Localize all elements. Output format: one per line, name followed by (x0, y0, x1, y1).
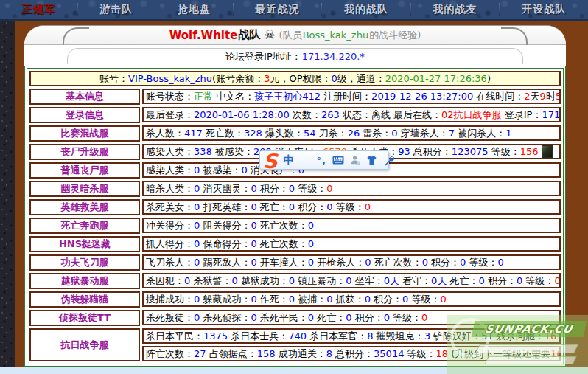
stat-segment: 1086 (550, 348, 561, 359)
nav-item-7[interactable]: 开设战队 (522, 3, 566, 16)
stat-segment: 暗杀人类： (146, 182, 194, 195)
nav-item-1[interactable]: 正规军 (22, 3, 55, 16)
stat-segment: 注册时间： (321, 90, 371, 103)
stat-segment: 开枪杀人： (314, 256, 365, 269)
soft-keyboard-icon[interactable] (332, 156, 344, 165)
stat-segment: 被捕： (295, 293, 326, 306)
row-content: 杀人数：417 死亡数：328 爆头数：54 刀杀：26 雷杀：0 穿墙杀人：7… (142, 125, 561, 141)
stat-segment: 740 (288, 330, 307, 342)
stat-segment: 0天 (431, 274, 447, 288)
stat-segment: 抓获： (333, 293, 365, 306)
stat-segment: 263 (321, 109, 340, 120)
stat-segment: 0 (194, 165, 200, 176)
skin-tshirt-icon[interactable] (366, 155, 377, 165)
nav-item-4[interactable]: 最近战况 (255, 3, 299, 16)
stat-segment: 0 (251, 201, 256, 212)
stat-segment: 积分： (352, 311, 384, 325)
stat-segment: 保命得分： (200, 238, 251, 251)
table-row: 侦探叛徒TT杀死叛徒：0 杀死侦探：0 杀死平民：0 死亡：0 积分：0 等级：… (29, 310, 561, 326)
row-label: 英雄救美服 (29, 199, 140, 215)
stat-segment: 飞刀杀人： (146, 256, 194, 269)
stat-segment: 158 (257, 348, 276, 359)
stat-segment: (升级到下一等级还需要 (448, 347, 550, 361)
stat-segment: 积分： (371, 293, 402, 306)
stat-segment: 26 (348, 128, 360, 139)
stat-segment: 抓人得分： (146, 238, 194, 251)
stat-segment: 51 (481, 330, 494, 342)
stat-segment: 杀日本军官： (307, 330, 367, 343)
account-summary-row: 账号：VIP-Boss_kak_zhu(账号余额：3元，OP权限：0级，通道：2… (29, 71, 561, 86)
stat-segment: 积分： (295, 201, 326, 214)
stat-segment: 总积分： (332, 347, 374, 361)
sogou-ime-toolbar[interactable]: S 中 °, (259, 150, 389, 170)
stat-segment: 0 (402, 294, 408, 305)
stat-segment: 2 (524, 91, 530, 102)
stat-segment: 338 (194, 146, 212, 157)
table-row: 基本信息账号状态：正常 中文名：孩子王初心412 注册时间：2019-12-26… (29, 89, 561, 105)
settings-wrench-icon[interactable] (383, 155, 394, 166)
stat-segment: 镇压暴动： (295, 274, 346, 288)
stat-segment: 1375 (203, 330, 228, 342)
stat-segment: 0 (308, 220, 314, 231)
stat-segment: 消灭幽灵： (200, 182, 251, 195)
row-content: 杀死美女：0 打死英雄：0 死亡：0 积分：0 等级：0 (142, 199, 561, 215)
sogou-logo-icon[interactable]: S (263, 151, 277, 171)
stat-segment: 0 (194, 312, 200, 323)
stat-segment: 8 (326, 348, 332, 359)
stat-segment: 元，OP权限： (270, 72, 331, 86)
stat-segment: 坐牢： (352, 274, 384, 288)
header-corner-decoration-right (501, 27, 528, 45)
stat-segment: 2019-12-26 13:27:00 (371, 91, 473, 102)
account-icon[interactable] (350, 155, 360, 165)
stat-segment: 杀人数： (146, 127, 184, 140)
punctuation-mode-icon[interactable]: °, (316, 156, 326, 165)
nav-separator (155, 3, 155, 16)
stat-segment: 级，通道： (337, 72, 385, 86)
nav-separator (233, 3, 234, 16)
team-name-red: Wolf.White (169, 29, 238, 42)
page-background-bottom (0, 367, 588, 374)
nav-item-5[interactable]: 我的战队 (344, 3, 388, 16)
table-row: 抗日战争服杀日本平民：1375 杀日本士兵：740 杀日本军官：8 摧毁坦克：3… (29, 328, 561, 361)
row-label: 丧尸升级服 (29, 144, 140, 160)
stat-segment: 0天 (384, 274, 399, 288)
stat-segment: 0 (498, 257, 504, 268)
stat-segment: 杀死叛徒： (146, 311, 194, 325)
nav-item-2[interactable]: 游击队 (99, 3, 133, 16)
forum-ip-line: 论坛登录IP地址：171.34.220.* (67, 48, 523, 64)
stat-segment: 0 (346, 275, 351, 286)
stat-segment: 等级： (333, 201, 365, 214)
stat-segment: 杀日本平民： (146, 330, 203, 343)
stat-segment: 账号： (99, 72, 128, 86)
stat-segment: 杀日本士兵： (228, 330, 288, 343)
stat-segment: 等级： (408, 293, 440, 306)
nav-separator (321, 3, 322, 16)
stat-segment: 杀狱警： (190, 274, 231, 288)
nav-separator (77, 3, 78, 16)
fullwidth-moon-icon[interactable] (300, 155, 310, 165)
stat-segment: 0 (326, 201, 332, 212)
stat-segment: 1 (505, 128, 511, 139)
stat-segment: 0 (289, 275, 295, 286)
nav-item-6[interactable]: 我的战友 (433, 3, 477, 16)
stat-segment: 27 (194, 348, 206, 359)
nav-separator (410, 3, 411, 16)
stat-segment: 0 (194, 238, 200, 249)
stat-segment: 孩子王初心412 (254, 90, 321, 103)
nav-item-3[interactable]: 抢地盘 (178, 3, 211, 16)
stat-segment: 死亡次数： (257, 238, 308, 251)
row-content: 最后登录：2020-01-06 1:28:00 次数：263 状态：离线 最后在… (142, 107, 561, 122)
stat-segment: 爆头数： (262, 127, 304, 140)
chinese-english-toggle-icon[interactable]: 中 (283, 155, 294, 166)
stat-segment: 次数： (290, 108, 321, 122)
row-content: 冲关得分：0 阻关得分：0 死亡次数：0 (142, 218, 561, 233)
row-label: 死亡奔跑服 (29, 218, 140, 234)
stat-segment: 杀死侦探： (200, 311, 251, 325)
stat-segment: 0 (251, 220, 256, 231)
stat-segment: 0 (479, 275, 485, 286)
row-label: 基本信息 (29, 89, 140, 105)
stat-segment: 0 (251, 312, 256, 323)
stat-segment: 等级： (390, 311, 421, 325)
stat-segment: 328 (244, 128, 262, 139)
stat-segment: 0 (365, 294, 371, 305)
